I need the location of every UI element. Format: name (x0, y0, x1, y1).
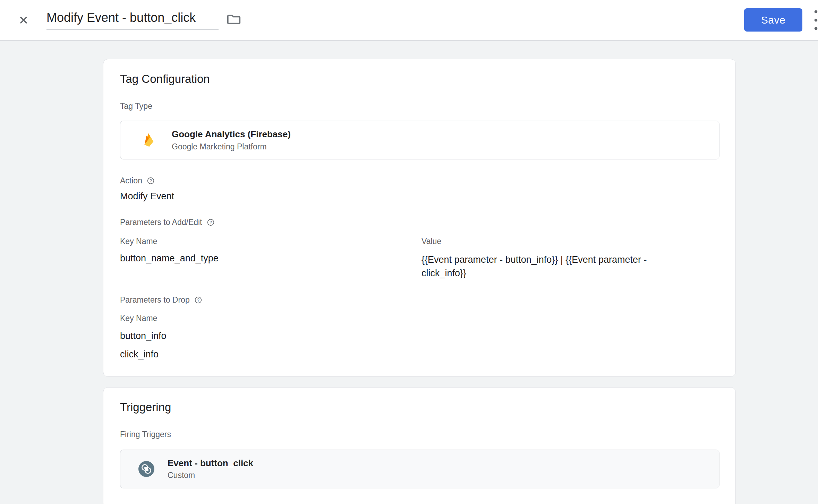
tag-type-name: Google Analytics (Firebase) (172, 129, 291, 140)
help-icon[interactable]: ? (147, 177, 155, 185)
param-key: button_name_and_type (120, 253, 421, 280)
svg-text:?: ? (197, 298, 199, 303)
close-button[interactable] (16, 12, 31, 28)
param-value: {{Event parameter - button_info}} | {{Ev… (421, 253, 675, 280)
tag-type-text: Google Analytics (Firebase) Google Marke… (172, 129, 291, 151)
svg-text:?: ? (150, 179, 152, 183)
triggering-card: Triggering Firing Triggers Event - butto… (103, 387, 736, 504)
trigger-type: Custom (168, 471, 253, 480)
drop-key: click_info (120, 349, 719, 360)
save-button[interactable]: Save (744, 8, 802, 32)
kebab-menu-icon (814, 8, 818, 32)
custom-trigger-icon (138, 461, 154, 477)
drop-key: button_info (120, 331, 719, 341)
params-drop-label-row: Parameters to Drop ? (120, 295, 719, 305)
help-icon[interactable]: ? (207, 218, 215, 226)
trigger-item[interactable]: Event - button_click Custom (120, 450, 719, 488)
action-value: Modify Event (120, 191, 719, 202)
tag-type-selector[interactable]: Google Analytics (Firebase) Google Marke… (120, 121, 719, 159)
svg-text:?: ? (210, 220, 212, 225)
firebase-icon (140, 132, 156, 149)
action-label-row: Action ? (120, 176, 719, 185)
params-drop-label: Parameters to Drop (120, 295, 190, 305)
tag-configuration-card: Tag Configuration Tag Type Google Analyt… (103, 59, 736, 377)
key-name-header: Key Name (120, 237, 421, 246)
tag-configuration-title: Tag Configuration (120, 72, 719, 86)
action-label: Action (120, 176, 142, 185)
tag-name-input[interactable]: Modify Event - button_click (46, 10, 219, 30)
params-add-edit-label: Parameters to Add/Edit (120, 218, 202, 227)
firing-triggers-label: Firing Triggers (120, 430, 719, 439)
move-to-folder-button[interactable] (225, 11, 243, 29)
params-add-edit-label-row: Parameters to Add/Edit ? (120, 218, 719, 227)
drop-key-name-header: Key Name (120, 314, 719, 323)
tag-type-label: Tag Type (120, 102, 719, 111)
params-add-edit-table: Key Name Value button_name_and_type {{Ev… (120, 237, 719, 280)
trigger-text: Event - button_click Custom (168, 458, 253, 480)
value-header: Value (421, 237, 719, 246)
help-icon[interactable]: ? (194, 296, 202, 304)
topbar: Modify Event - button_click Save (0, 0, 818, 41)
trigger-name: Event - button_click (168, 458, 253, 469)
main-content: Tag Configuration Tag Type Google Analyt… (0, 41, 818, 504)
folder-icon (226, 12, 242, 28)
close-icon (17, 14, 30, 26)
more-options-button[interactable] (814, 8, 818, 32)
tag-type-subtitle: Google Marketing Platform (172, 142, 291, 151)
triggering-title: Triggering (120, 401, 719, 414)
